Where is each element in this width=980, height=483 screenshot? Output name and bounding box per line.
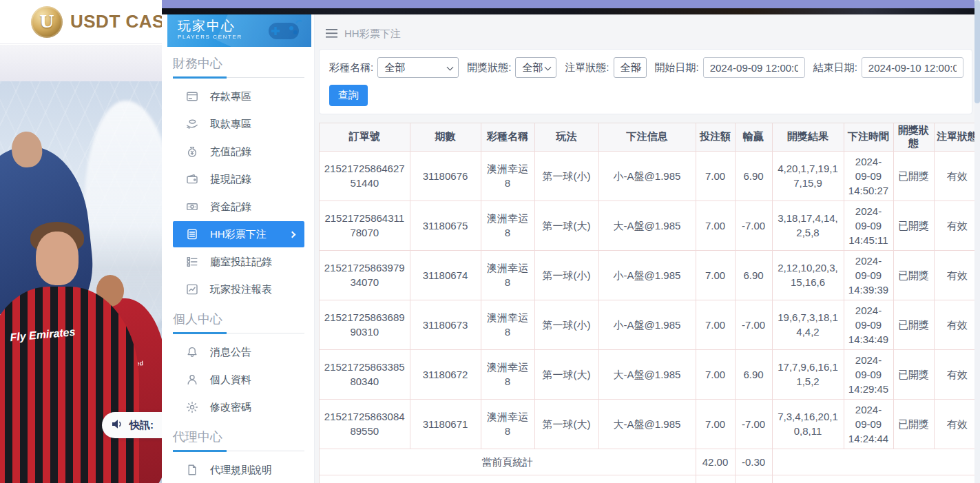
breadcrumb: HH彩票下注 — [315, 14, 980, 43]
sidebar-item[interactable]: 廳室投註記錄 — [173, 249, 304, 275]
table-cell: 已開獎 — [893, 151, 934, 201]
table-cell: 大-A盤@1.985 — [598, 349, 696, 399]
sidebar-item[interactable]: 代理規則說明 — [173, 457, 304, 483]
draw-status-select[interactable]: 全部 — [515, 57, 556, 78]
summary-label: 總統計 — [320, 475, 696, 483]
sidebar-item[interactable]: 消息公告 — [173, 339, 304, 365]
table-cell: 31180674 — [410, 250, 481, 300]
table-cell: 澳洲幸运8 — [481, 250, 534, 300]
chevron-right-icon — [289, 231, 296, 238]
logo-u-letter: U — [40, 14, 54, 30]
table-cell: 大-A盤@1.985 — [598, 201, 696, 250]
table-cell: 19,6,7,3,18,14,4,2 — [772, 300, 844, 349]
table-cell: 澳洲幸运8 — [481, 201, 534, 250]
sidebar-item[interactable]: 個人資料 — [173, 367, 304, 393]
speaker-icon — [111, 418, 124, 433]
table-cell: 7,3,4,16,20,10,8,11 — [772, 399, 844, 449]
sidebar-item-label: 消息公告 — [210, 346, 251, 359]
table-cell: 已開獎 — [893, 399, 934, 449]
section-underline — [173, 77, 304, 78]
chevron-down-icon — [447, 64, 454, 71]
table-cell: 7.00 — [696, 250, 735, 300]
scrollbar-thumb[interactable] — [974, 0, 980, 103]
column-header: 下注信息 — [598, 123, 696, 151]
table-cell: 2024-09-09 14:45:11 — [844, 201, 893, 250]
player-head — [36, 232, 79, 285]
lottery-type-value: 全部 — [384, 61, 405, 74]
table-cell: 6.90 — [735, 250, 772, 300]
lottery-type-select[interactable]: 全部 — [377, 57, 459, 78]
sidebar-item-label: 提現記錄 — [210, 173, 251, 186]
table-cell: 2152172586338580340 — [320, 349, 410, 399]
summary-winloss-total: -0.30 — [735, 475, 772, 483]
sidebar-item[interactable]: 玩家投注報表 — [173, 276, 304, 302]
deposit-terminal-icon — [186, 90, 198, 103]
room-records-icon — [186, 256, 198, 268]
table-cell: 2152172586308489550 — [320, 399, 410, 449]
column-header: 彩種名稱 — [481, 123, 534, 151]
sidebar-item[interactable]: 充值記錄 — [173, 138, 304, 165]
table-cell: 2152172586368990310 — [320, 300, 410, 349]
table-row: 215217258636899031031180673澳洲幸运8第一球(小)小-… — [320, 300, 980, 349]
table-cell: 有效 — [934, 349, 980, 399]
table-row: 215217258639793407031180674澳洲幸运8第一球(小)小-… — [320, 250, 980, 300]
casino-site-header: U USDT CASINO — [0, 0, 162, 44]
start-date-input[interactable] — [703, 57, 805, 78]
section-underline — [173, 333, 304, 333]
table-cell: 3,18,17,4,14,2,5,8 — [772, 201, 844, 250]
order-status-select[interactable]: 全部 — [614, 57, 647, 78]
table-cell: 2,12,10,20,3,15,16,6 — [772, 250, 844, 300]
table-cell: 7.00 — [696, 349, 735, 399]
game-controller-icon — [266, 19, 303, 46]
query-button[interactable]: 查詢 — [329, 85, 368, 106]
summary-label: 當前頁統計 — [320, 449, 696, 475]
funds-banknote-icon — [186, 201, 198, 213]
column-header: 下注時間 — [844, 123, 893, 151]
sidebar-item[interactable]: 修改密碼 — [173, 394, 304, 420]
table-cell: 小-A盤@1.985 — [598, 250, 696, 300]
table-cell: 已開獎 — [893, 300, 934, 349]
table-cell: 2152172586431178070 — [320, 201, 410, 250]
table-cell: -7.00 — [735, 300, 772, 349]
table-cell: 31180673 — [410, 300, 481, 349]
site-subheader-strip — [0, 45, 162, 81]
draw-status-value: 全部 — [522, 61, 543, 74]
draw-status-label: 開獎狀態: — [467, 61, 511, 74]
table-row: 215217258646275144031180676澳洲幸运8第一球(小)小-… — [320, 151, 980, 201]
hamburger-menu-icon[interactable] — [326, 28, 337, 40]
column-header: 注單狀態 — [934, 123, 980, 151]
table-row: 215217258630848955031180671澳洲幸运8第一球(大)大-… — [320, 399, 980, 449]
table-cell: 2024-09-09 14:29:45 — [844, 349, 893, 399]
table-cell: 31180675 — [410, 201, 481, 250]
main-content: HH彩票下注 彩種名稱: 全部 開獎狀態: 全部 注單狀態: 全部 — [315, 14, 980, 483]
table-header-row: 訂單號期數彩種名稱玩法下注信息投注額輸贏開獎結果下注時間開獎狀態注單狀態 — [320, 123, 980, 151]
sidebar-item-label: 取款專區 — [210, 118, 251, 131]
end-date-input[interactable] — [862, 57, 963, 78]
table-cell: 有效 — [934, 250, 980, 300]
recharge-moneybag-icon — [186, 145, 198, 158]
table-cell: 已開獎 — [893, 201, 934, 250]
sidebar-menu: 財務中心存款專區取款專區充值記錄提現記錄資金記錄HH彩票下注廳室投註記錄玩家投注… — [162, 55, 314, 483]
sidebar-item[interactable]: 存款專區 — [173, 83, 304, 110]
table-cell: 大-A盤@1.985 — [598, 399, 696, 449]
sidebar-item[interactable]: 提現記錄 — [173, 166, 304, 192]
table-cell: 澳洲幸运8 — [481, 349, 534, 399]
table-cell: 澳洲幸运8 — [481, 399, 534, 449]
vertical-scrollbar[interactable] — [974, 0, 980, 483]
sidebar-item-label: HH彩票下注 — [210, 228, 267, 241]
table-cell: 已開獎 — [893, 250, 934, 300]
column-header: 開獎結果 — [772, 123, 844, 151]
striped-jersey — [0, 287, 139, 483]
lottery-bet-icon — [186, 228, 198, 240]
table-cell: 有效 — [934, 201, 980, 250]
table-cell: 第一球(大) — [534, 201, 598, 250]
table-cell: 6.90 — [735, 151, 772, 201]
sidebar-item[interactable]: HH彩票下注 — [173, 221, 304, 247]
table-cell: 31180671 — [410, 399, 481, 449]
sidebar-item[interactable]: 資金記錄 — [173, 194, 304, 220]
table-cell: 7.00 — [696, 151, 735, 201]
table-cell: 7.00 — [696, 300, 735, 349]
table-cell: 小-A盤@1.985 — [598, 300, 696, 349]
sidebar-item[interactable]: 取款專區 — [173, 111, 304, 137]
password-gear-icon — [186, 401, 198, 413]
